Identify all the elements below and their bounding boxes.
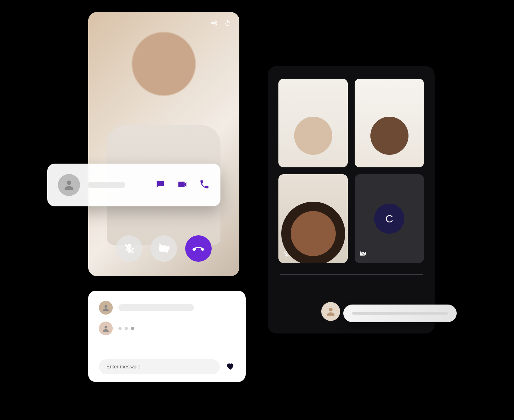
chat-message-placeholder [118,304,194,311]
participant-initial: C [374,204,404,234]
chat-card [88,291,246,382]
participant-video [278,79,348,167]
typing-indicator [118,327,134,330]
contact-actions [155,179,210,191]
chat-input-row [99,359,235,374]
svg-point-2 [105,326,107,328]
group-message-row [278,284,424,303]
mute-camera-button[interactable] [151,235,177,262]
participant-grid: C [278,79,424,263]
heart-icon[interactable] [226,361,235,372]
participant-tile[interactable] [278,79,348,167]
chat-icon[interactable] [155,179,166,191]
group-message-input[interactable] [343,305,457,322]
call-controls [88,235,239,262]
divider [280,274,423,275]
single-video-call-card [88,12,239,276]
chat-typing-row [99,322,235,335]
contact-name-placeholder [88,182,125,188]
end-call-button[interactable] [185,235,212,262]
participant-tile[interactable] [278,174,348,263]
switch-camera-icon[interactable] [224,19,232,28]
camera-off-icon [359,250,366,259]
svg-point-0 [67,181,71,185]
chat-message-row [99,301,235,315]
participant-tile[interactable] [355,79,424,167]
chat-avatar-2 [99,322,113,335]
group-self-avatar [321,302,340,321]
speaker-icon[interactable] [210,19,219,28]
svg-point-1 [105,305,107,308]
chat-message-input[interactable] [99,359,220,374]
phone-icon[interactable] [199,179,210,191]
chat-avatar-1 [99,301,113,315]
participant-video [278,174,348,263]
mute-mic-button[interactable] [116,235,142,262]
volume-off-icon [283,250,290,259]
call-top-icons [210,19,232,28]
group-video-call-card: C [268,66,435,333]
contact-avatar [58,174,80,196]
video-icon[interactable] [177,179,188,191]
svg-point-3 [329,308,333,311]
participant-video [355,79,424,167]
participant-tile-camera-off[interactable]: C [355,174,424,263]
contact-action-card [47,164,220,206]
